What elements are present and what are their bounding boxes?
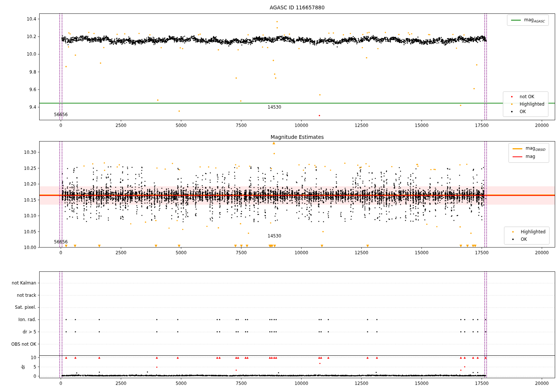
legend-entry-mag: mag (513, 154, 545, 160)
orange-line-swatch (513, 148, 522, 149)
x-tick-label: 7500 (236, 250, 247, 255)
x-tick-label: 10000 (295, 381, 308, 386)
x-tick-label: 0 (59, 123, 62, 128)
annotation-56656-top: 56656 (54, 112, 68, 117)
y-tick-label: 10.4 (0, 16, 36, 22)
x-tick-label: 10000 (295, 250, 308, 255)
x-tick-label: 7500 (236, 123, 247, 128)
x-tick-label: 20000 (535, 123, 549, 128)
top-plot-title: AGASC ID 116657880 (39, 4, 555, 10)
legend-label: magAGASC (524, 17, 545, 23)
y-tick-label: 9.4 (0, 105, 36, 110)
x-tick-label: 7500 (236, 381, 247, 386)
x-tick-label: 15000 (415, 250, 429, 255)
y-tick-label: 9.8 (0, 69, 36, 75)
legend-label: OK (521, 237, 527, 242)
legend-label: not OK (520, 94, 534, 99)
top-plot-marker-legend: not OK Highlighted OK (503, 91, 548, 117)
red-dot-swatch (511, 96, 513, 97)
x-tick-label: 10000 (295, 123, 308, 128)
dr-tick-label: 5 (0, 364, 36, 370)
x-tick-label: 5000 (175, 123, 186, 128)
dr-tick-label: 0 (0, 374, 36, 379)
legend-entry-mag-obsid: magOBSID (513, 146, 545, 152)
x-tick-label: 17500 (475, 381, 489, 386)
y-tick-label: 10.00 (0, 245, 36, 250)
plot-canvas (0, 0, 560, 392)
middle-plot-title: Magnitude Estimates (39, 134, 555, 140)
annotation-56656-middle: 56656 (54, 239, 68, 245)
x-tick-label: 15000 (415, 381, 429, 386)
x-tick-label: 5000 (175, 250, 186, 255)
legend-label: Highlighted (521, 229, 545, 234)
row-label: not Kalman (0, 280, 36, 286)
legend-entry-highlighted: Highlighted (507, 102, 544, 107)
y-tick-label: 10.10 (0, 213, 36, 218)
x-tick-label: 15000 (415, 123, 429, 128)
x-tick-label: 17500 (475, 250, 489, 255)
row-label: OBS not OK (0, 342, 36, 347)
legend-label: Highlighted (520, 102, 544, 107)
legend-label: magOBSID (526, 146, 545, 152)
y-tick-label: 10.30 (0, 150, 36, 155)
legend-entry-not-ok: not OK (507, 94, 544, 99)
annotation-14530-middle: 14530 (268, 233, 281, 239)
orange-dot-swatch (512, 231, 514, 233)
y-tick-label: 10.15 (0, 197, 36, 203)
red-line-swatch (513, 156, 522, 157)
legend-entry-ok: OK (508, 237, 545, 242)
dr-tick-label: 10 (0, 355, 36, 360)
annotation-14530-top: 14530 (268, 105, 281, 110)
legend-label: mag (526, 154, 535, 160)
legend-entry-highlighted: Highlighted (508, 229, 545, 234)
x-tick-label: 20000 (535, 250, 549, 255)
middle-plot-line-legend: magOBSID mag (508, 143, 549, 163)
y-tick-label: 10.25 (0, 166, 36, 171)
middle-plot-marker-legend: Highlighted OK (504, 227, 550, 245)
y-tick-label: 10.20 (0, 181, 36, 187)
y-tick-label: 10.0 (0, 52, 36, 57)
x-tick-label: 0 (59, 381, 62, 386)
row-label: Sat. pixel. (0, 305, 36, 310)
x-tick-label: 12500 (355, 123, 368, 128)
row-label: Ion. rad. (0, 317, 36, 322)
y-tick-label: 9.6 (0, 87, 36, 92)
legend-entry-mag-agasc: magAGASC (511, 17, 545, 23)
x-tick-label: 20000 (535, 381, 549, 386)
y-tick-label: 10.2 (0, 34, 36, 39)
figure: AGASC ID 116657880 Magnitude Estimates m… (0, 0, 560, 392)
row-label: dr > 5 (0, 329, 36, 335)
row-label: not track (0, 293, 36, 298)
y-tick-label: 10.05 (0, 229, 36, 234)
top-plot-line-legend: magAGASC (507, 15, 549, 26)
x-tick-label: 5000 (175, 381, 186, 386)
black-dot-swatch (512, 239, 514, 240)
legend-entry-ok: OK (507, 109, 544, 114)
legend-label: OK (520, 109, 526, 114)
black-dot-swatch (511, 111, 513, 112)
x-tick-label: 0 (59, 250, 62, 255)
x-tick-label: 12500 (355, 250, 368, 255)
x-tick-label: 2500 (115, 123, 126, 128)
x-tick-label: 12500 (355, 381, 368, 386)
orange-dot-swatch (511, 103, 513, 105)
x-tick-label: 17500 (475, 123, 489, 128)
green-line-swatch (511, 20, 521, 21)
x-tick-label: 2500 (115, 381, 126, 386)
x-tick-label: 2500 (115, 250, 126, 255)
